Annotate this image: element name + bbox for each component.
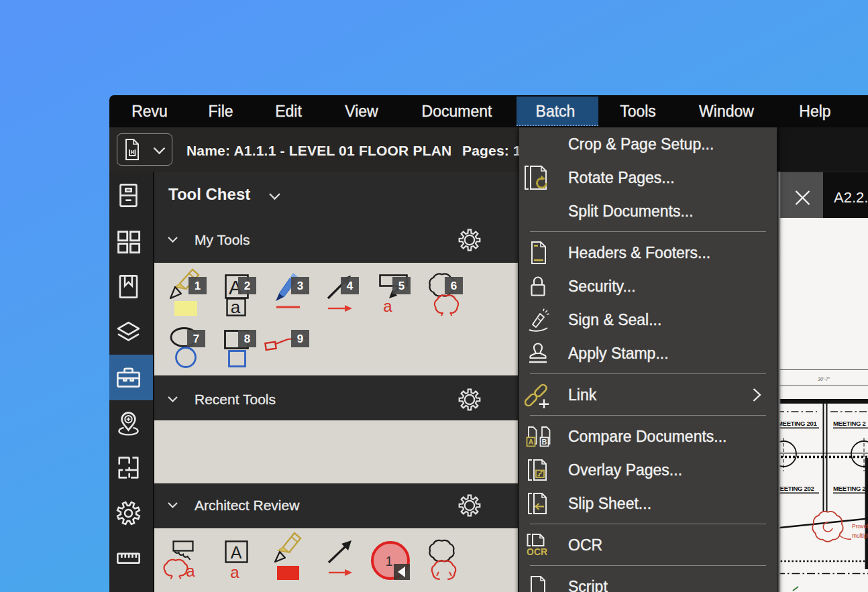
svg-text:B: B <box>542 438 547 446</box>
svg-text:2: 2 <box>244 280 250 292</box>
svg-text:a: a <box>231 297 241 317</box>
svg-text:7: 7 <box>193 333 199 345</box>
svg-text:8: 8 <box>244 333 250 345</box>
svg-text:OCR: OCR <box>527 546 547 557</box>
svg-text:MEETING 202: MEETING 202 <box>777 485 814 492</box>
svg-text:5: 5 <box>398 280 404 292</box>
svg-text:1: 1 <box>385 554 392 569</box>
svg-text:MEETING 2: MEETING 2 <box>833 485 866 492</box>
svg-text:MEETING 2: MEETING 2 <box>833 420 866 427</box>
svg-text:MEETING 201: MEETING 201 <box>777 420 817 427</box>
svg-text:A: A <box>529 438 534 446</box>
svg-text:a: a <box>230 563 239 581</box>
svg-text:4: 4 <box>347 280 354 292</box>
svg-text:a: a <box>383 297 392 315</box>
svg-text:9: 9 <box>297 333 303 345</box>
svg-text:a: a <box>186 562 195 580</box>
svg-text:Provide: Provide <box>852 523 868 530</box>
svg-text:30’-7”: 30’-7” <box>818 377 830 381</box>
svg-text:1: 1 <box>195 280 201 292</box>
svg-text:A: A <box>231 543 242 562</box>
svg-text:6: 6 <box>451 280 457 292</box>
svg-text:3: 3 <box>297 280 303 292</box>
svg-text:multiple: multiple <box>852 532 868 539</box>
